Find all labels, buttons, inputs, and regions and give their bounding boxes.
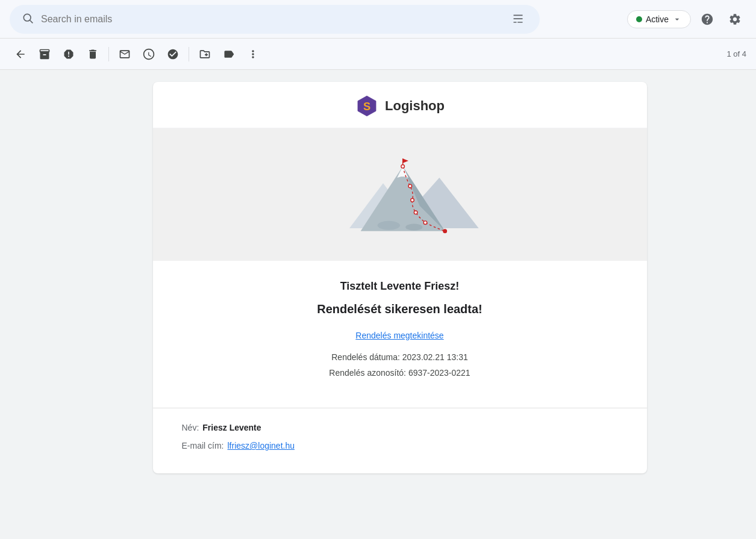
snooze-button[interactable] bbox=[138, 43, 160, 65]
name-value: Friesz Levente bbox=[202, 423, 261, 432]
chevron-down-icon bbox=[672, 14, 682, 24]
main-content: S Logishop bbox=[0, 70, 756, 539]
svg-marker-11 bbox=[402, 158, 408, 163]
order-date: Rendelés dátuma: 2023.02.21 13:31 bbox=[182, 352, 618, 362]
mark-done-button[interactable] bbox=[162, 43, 184, 65]
search-area bbox=[10, 5, 540, 34]
left-panel bbox=[0, 70, 49, 539]
toolbar-divider-2 bbox=[189, 47, 189, 61]
svg-point-17 bbox=[443, 229, 446, 233]
svg-text:S: S bbox=[363, 100, 370, 113]
archive-button[interactable] bbox=[34, 43, 55, 65]
email-footer: Név: Friesz Levente E-mail cím: lfriesz@… bbox=[153, 408, 647, 473]
top-bar: Active bbox=[0, 0, 756, 39]
svg-point-16 bbox=[423, 221, 427, 225]
svg-point-18 bbox=[377, 221, 399, 230]
toolbar-divider-1 bbox=[108, 47, 109, 61]
report-spam-button[interactable] bbox=[58, 43, 80, 65]
svg-point-15 bbox=[414, 211, 417, 214]
order-id: Rendelés azonosító: 6937-2023-0221 bbox=[182, 368, 618, 378]
settings-button[interactable] bbox=[723, 8, 746, 31]
mountain-illustration bbox=[316, 146, 484, 243]
email-body: Tisztelt Levente Friesz! Rendelését sike… bbox=[153, 261, 647, 408]
svg-point-12 bbox=[401, 165, 404, 169]
name-field: Név: Friesz Levente bbox=[182, 423, 618, 432]
search-icon bbox=[22, 12, 34, 26]
top-right-controls: Active bbox=[627, 8, 746, 31]
email-logo-header: S Logishop bbox=[153, 82, 647, 128]
delete-button[interactable] bbox=[82, 43, 104, 65]
order-success-text: Rendelését sikeresen leadta! bbox=[182, 302, 618, 316]
svg-point-14 bbox=[410, 199, 414, 202]
order-id-label: Rendelés azonosító: bbox=[329, 368, 406, 378]
email-field: E-mail cím: lfriesz@loginet.hu bbox=[182, 441, 618, 450]
svg-line-1 bbox=[30, 20, 33, 23]
label-button[interactable] bbox=[218, 43, 240, 65]
status-button[interactable]: Active bbox=[627, 10, 691, 28]
filter-button[interactable] bbox=[508, 10, 528, 29]
back-button[interactable] bbox=[10, 43, 31, 65]
more-options-button[interactable] bbox=[242, 43, 264, 65]
status-dot bbox=[636, 16, 642, 22]
mark-as-read-button[interactable] bbox=[114, 43, 136, 65]
status-label: Active bbox=[646, 14, 669, 24]
name-label: Név: bbox=[182, 423, 199, 432]
order-date-label: Rendelés dátuma: bbox=[331, 352, 400, 362]
logo-area: S Logishop bbox=[355, 94, 445, 118]
svg-point-13 bbox=[408, 184, 412, 188]
order-date-value: 2023.02.21 13:31 bbox=[402, 352, 468, 362]
email-address-link[interactable]: lfriesz@loginet.hu bbox=[228, 441, 295, 450]
logo-text: Logishop bbox=[385, 98, 445, 114]
view-order-link[interactable]: Rendelés megtekintése bbox=[182, 331, 618, 340]
logishop-logo-icon: S bbox=[355, 94, 379, 118]
search-input[interactable] bbox=[41, 14, 501, 25]
email-content-area: S Logishop bbox=[49, 70, 756, 539]
help-button[interactable] bbox=[696, 8, 719, 31]
email-label: E-mail cím: bbox=[182, 441, 224, 450]
order-id-value: 6937-2023-0221 bbox=[408, 368, 470, 378]
email-greeting: Tisztelt Levente Friesz! bbox=[182, 280, 618, 293]
email-card: S Logishop bbox=[153, 82, 647, 473]
svg-point-0 bbox=[23, 14, 31, 21]
page-count: 1 of 4 bbox=[726, 49, 746, 58]
email-toolbar: 1 of 4 bbox=[0, 39, 756, 70]
svg-point-19 bbox=[405, 224, 422, 231]
move-to-button[interactable] bbox=[194, 43, 216, 65]
hero-banner bbox=[153, 128, 647, 261]
